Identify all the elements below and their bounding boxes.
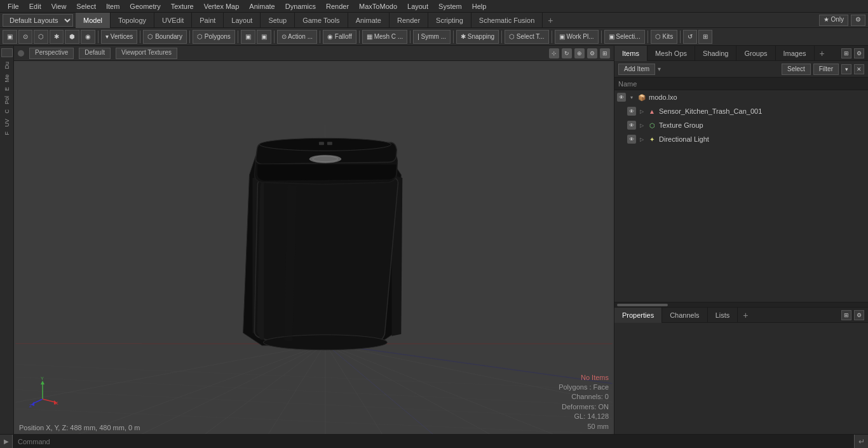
menu-animate[interactable]: Animate <box>244 1 280 11</box>
menu-layout[interactable]: Layout <box>402 1 433 11</box>
left-label-f[interactable]: F <box>4 130 10 137</box>
viewport-icon-settings[interactable]: ⚙ <box>587 48 597 58</box>
list-item-texture-group[interactable]: 👁 ▷ ⬡ Texture Group <box>614 118 868 132</box>
menu-file[interactable]: File <box>3 1 24 11</box>
left-label-dup[interactable]: Du <box>4 60 10 71</box>
tab-uvedit[interactable]: UVEdit <box>154 13 192 28</box>
items-close-icon[interactable]: ✕ <box>854 64 864 74</box>
tab-channels[interactable]: Channels <box>662 308 707 323</box>
rotate-icon-btn[interactable]: ↺ <box>683 30 697 44</box>
menu-select[interactable]: Select <box>71 1 101 11</box>
add-item-arrow[interactable]: ▾ <box>658 65 661 72</box>
expand-3[interactable]: ▷ <box>639 136 645 142</box>
viewport-dot[interactable] <box>18 50 24 57</box>
menu-vertex-map[interactable]: Vertex Map <box>199 1 245 11</box>
items-filter-button[interactable]: Filter <box>813 64 839 75</box>
items-select-button[interactable]: Select <box>782 64 811 75</box>
vis-icon-0[interactable]: 👁 <box>617 93 626 102</box>
menu-geometry[interactable]: Geometry <box>125 1 165 11</box>
prop-expand-icon[interactable]: ⊞ <box>841 310 851 320</box>
hex2-tool-icon[interactable]: ⬢ <box>65 30 79 44</box>
viewport[interactable]: Perspective Default Viewport Textures ⊹ … <box>14 46 614 434</box>
menu-edit[interactable]: Edit <box>24 1 46 11</box>
tab-layout[interactable]: Layout <box>224 13 261 28</box>
viewport-textures-button[interactable]: Viewport Textures <box>116 48 177 59</box>
items-tab-add[interactable]: + <box>815 46 830 60</box>
items-settings-icon[interactable]: ⚙ <box>854 48 864 58</box>
only-button[interactable]: ★ Only <box>819 15 848 26</box>
tab-schematic[interactable]: Schematic Fusion <box>471 13 543 28</box>
work-pl-button[interactable]: ▣ Work Pl... <box>555 30 599 44</box>
viewport-icon-move[interactable]: ⊹ <box>549 48 559 58</box>
boundary-button[interactable]: ⬡ Boundary <box>143 30 187 44</box>
polygons-button[interactable]: ⬡ Polygons <box>193 30 235 44</box>
viewport-canvas[interactable]: No Items Polygons : Face Channels: 0 Def… <box>14 61 614 434</box>
layout-dropdown[interactable]: Default Layouts <box>3 14 73 27</box>
tab-scripting[interactable]: Scripting <box>428 13 471 28</box>
left-tool-0[interactable] <box>1 48 13 57</box>
falloff-button[interactable]: ◉ Falloff <box>323 30 356 44</box>
tab-paint[interactable]: Paint <box>192 13 224 28</box>
viewport-icon-fullscreen[interactable]: ⊞ <box>600 48 610 58</box>
default-button[interactable]: Default <box>79 48 111 59</box>
menu-render[interactable]: Render <box>321 1 354 11</box>
menu-help[interactable]: Help <box>467 1 492 11</box>
target-tool-icon[interactable]: ◉ <box>81 30 95 44</box>
vertices-button[interactable]: ▾ Vertices <box>101 30 137 44</box>
list-item-directional-light[interactable]: 👁 ▷ ✦ Directional Light <box>614 132 868 146</box>
menu-item[interactable]: Item <box>101 1 125 11</box>
command-input[interactable] <box>13 435 854 449</box>
perspective-button[interactable]: Perspective <box>29 48 74 59</box>
layout-tab-add[interactable]: + <box>543 13 558 27</box>
command-arrow[interactable]: ▶ <box>0 435 13 449</box>
list-item-sensor-trash[interactable]: 👁 ▷ ▲ Sensor_Kitchen_Trash_Can_001 <box>614 104 868 118</box>
menu-dynamics[interactable]: Dynamics <box>280 1 321 11</box>
add-item-button[interactable]: Add Item <box>618 64 655 75</box>
menu-view[interactable]: View <box>46 1 72 11</box>
expand-1[interactable]: ▷ <box>639 108 645 114</box>
snapping-button[interactable]: ✱ Snapping <box>456 30 499 44</box>
menu-system[interactable]: System <box>433 1 467 11</box>
menu-maxToModo[interactable]: MaxToModo <box>354 1 402 11</box>
select-t-button[interactable]: ⬡ Select T... <box>505 30 549 44</box>
list-item-modo-bxo[interactable]: 👁 ▾ 📦 modo.lxo <box>614 90 868 104</box>
tab-groups[interactable]: Groups <box>736 46 775 61</box>
menu-texture[interactable]: Texture <box>166 1 199 11</box>
tab-model[interactable]: Model <box>76 13 111 28</box>
display2-icon[interactable]: ▣ <box>257 30 271 44</box>
expand-0[interactable]: ▾ <box>628 94 635 100</box>
scrollbar-thumb[interactable] <box>617 304 668 306</box>
tab-shading[interactable]: Shading <box>695 46 736 61</box>
items-expand-icon[interactable]: ⊞ <box>841 48 851 58</box>
symm-button[interactable]: | Symm ... <box>413 30 451 44</box>
tab-images[interactable]: Images <box>776 46 815 61</box>
display1-icon[interactable]: ▣ <box>241 30 255 44</box>
items-list[interactable]: 👁 ▾ 📦 modo.lxo 👁 ▷ ▲ Sensor_Kitchen_Tras… <box>614 90 868 302</box>
left-label-pol[interactable]: Pol <box>4 94 10 106</box>
tab-mesh-ops[interactable]: Mesh Ops <box>648 46 695 61</box>
selecti-button[interactable]: ▣ Selecti... <box>604 30 645 44</box>
action-button[interactable]: ⊙ Action ... <box>277 30 317 44</box>
prop-tab-add[interactable]: + <box>738 308 753 322</box>
vis-icon-1[interactable]: 👁 <box>627 107 636 116</box>
vis-icon-3[interactable]: 👁 <box>627 135 636 144</box>
left-label-me[interactable]: Me <box>4 72 10 85</box>
sphere-tool-icon[interactable]: ⊙ <box>18 30 32 44</box>
left-label-e[interactable]: E <box>4 85 10 93</box>
items-scrollbar[interactable] <box>614 302 868 307</box>
kits-button[interactable]: ⬡ Kits <box>651 30 677 44</box>
tab-render[interactable]: Render <box>390 13 428 28</box>
left-label-uv[interactable]: UV <box>4 117 10 129</box>
tab-properties[interactable]: Properties <box>614 308 662 323</box>
select-tool-icon[interactable]: ▣ <box>3 30 17 44</box>
expand-2[interactable]: ▷ <box>639 122 645 128</box>
mesh-button[interactable]: ▦ Mesh C ... <box>362 30 407 44</box>
layout-settings-button[interactable]: ⚙ <box>851 15 865 26</box>
grid-icon-btn[interactable]: ⊞ <box>698 30 712 44</box>
tab-topology[interactable]: Topology <box>111 13 154 28</box>
vis-icon-2[interactable]: 👁 <box>627 121 636 130</box>
tab-setup[interactable]: Setup <box>261 13 295 28</box>
tab-lists[interactable]: Lists <box>708 308 738 323</box>
prop-settings-icon[interactable]: ⚙ <box>854 310 864 320</box>
star-tool-icon[interactable]: ✱ <box>50 30 64 44</box>
